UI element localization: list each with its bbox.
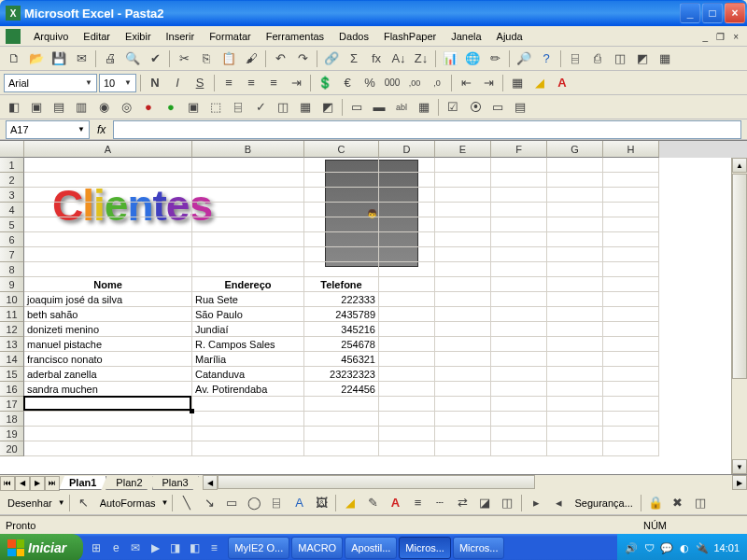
- cell[interactable]: [547, 322, 603, 337]
- ex20-icon[interactable]: ☑: [443, 97, 463, 118]
- spellcheck-icon[interactable]: ✔: [145, 49, 165, 69]
- row-header[interactable]: 6: [0, 232, 24, 247]
- ref-icon[interactable]: ⎙: [587, 49, 608, 69]
- cell[interactable]: [547, 382, 603, 397]
- scroll-up-icon[interactable]: ▲: [732, 158, 747, 173]
- cell[interactable]: [304, 217, 379, 232]
- cell[interactable]: [435, 232, 491, 247]
- cell[interactable]: [603, 412, 659, 427]
- close-button[interactable]: ×: [725, 3, 745, 23]
- cell[interactable]: [24, 441, 192, 456]
- cell[interactable]: [547, 292, 603, 307]
- menu-ferramentas[interactable]: Ferramentas: [259, 29, 331, 44]
- cell[interactable]: [603, 277, 659, 292]
- d-s3-icon[interactable]: ◫: [690, 493, 711, 513]
- cell-data[interactable]: 224456: [304, 382, 379, 397]
- cell[interactable]: [192, 232, 304, 247]
- font-color-icon[interactable]: A: [552, 73, 572, 93]
- maximize-button[interactable]: □: [702, 3, 723, 23]
- line-icon[interactable]: ╲: [176, 493, 197, 513]
- copy-icon[interactable]: ⎘: [196, 49, 217, 69]
- ex22-icon[interactable]: ▭: [487, 97, 508, 118]
- merge-center-icon[interactable]: ⇥: [286, 73, 306, 93]
- misc-icon[interactable]: ◫: [610, 49, 630, 69]
- ql-ie-icon[interactable]: e: [106, 538, 125, 558]
- d-fill-icon[interactable]: ◢: [340, 493, 360, 513]
- cell[interactable]: [603, 158, 659, 173]
- cell-data[interactable]: R. Campos Sales: [192, 337, 304, 352]
- cell-data[interactable]: Endereço: [192, 277, 304, 292]
- cell[interactable]: [435, 262, 491, 277]
- cell[interactable]: [24, 173, 192, 188]
- underline-icon[interactable]: S: [190, 73, 210, 93]
- new-icon[interactable]: 🗋: [4, 49, 24, 69]
- d-n1-icon[interactable]: ▸: [526, 493, 546, 513]
- cell[interactable]: [547, 307, 603, 322]
- cell[interactable]: [379, 158, 435, 173]
- row-header[interactable]: 11: [0, 307, 24, 322]
- cell[interactable]: [435, 337, 491, 352]
- menu-formatar[interactable]: Formatar: [202, 29, 259, 44]
- hyperlink-icon[interactable]: 🔗: [321, 49, 342, 69]
- cell[interactable]: [192, 188, 304, 203]
- percent-icon[interactable]: %: [359, 73, 380, 93]
- column-header[interactable]: H: [603, 141, 659, 158]
- cell[interactable]: [547, 217, 603, 232]
- cell[interactable]: [547, 352, 603, 367]
- cell[interactable]: [304, 247, 379, 262]
- misc2-icon[interactable]: ◩: [632, 49, 653, 69]
- inc-decimal-icon[interactable]: ,00: [404, 73, 425, 93]
- cell[interactable]: [379, 322, 435, 337]
- ql-media-icon[interactable]: ▶: [146, 538, 164, 558]
- cell[interactable]: [304, 427, 379, 441]
- tab-prev-icon[interactable]: ◀: [15, 476, 30, 491]
- row-header[interactable]: 13: [0, 337, 24, 352]
- taskbar-button[interactable]: MACRO: [291, 537, 343, 559]
- row-header[interactable]: 5: [0, 217, 24, 232]
- cell[interactable]: [435, 158, 491, 173]
- cell-data[interactable]: francisco nonato: [24, 352, 192, 367]
- tab-last-icon[interactable]: ⏭: [45, 476, 60, 491]
- format-painter-icon[interactable]: 🖌: [241, 49, 261, 69]
- cell[interactable]: [435, 352, 491, 367]
- oval-icon[interactable]: ◯: [244, 493, 264, 513]
- cell[interactable]: [491, 173, 547, 188]
- d-font-color-icon[interactable]: A: [385, 493, 405, 513]
- cell-data[interactable]: 23232323: [304, 367, 379, 382]
- desenhar-menu[interactable]: Desenhar: [4, 497, 56, 509]
- ex13-icon[interactable]: ◫: [273, 97, 293, 118]
- cell[interactable]: [603, 292, 659, 307]
- italic-icon[interactable]: I: [167, 73, 188, 93]
- cell[interactable]: [603, 367, 659, 382]
- cell[interactable]: [435, 322, 491, 337]
- function-icon[interactable]: fx: [366, 49, 387, 69]
- ex19-icon[interactable]: ▦: [414, 97, 434, 118]
- cell[interactable]: [379, 367, 435, 382]
- cell[interactable]: [435, 217, 491, 232]
- cell[interactable]: [304, 188, 379, 203]
- redo-icon[interactable]: ↷: [292, 49, 313, 69]
- ql-app-icon[interactable]: ◨: [165, 538, 184, 558]
- cell[interactable]: [491, 158, 547, 173]
- cell[interactable]: [24, 217, 192, 232]
- d-s1-icon[interactable]: 🔒: [645, 493, 666, 513]
- cell[interactable]: [547, 232, 603, 247]
- cell[interactable]: [192, 262, 304, 277]
- row-header[interactable]: 18: [0, 412, 24, 427]
- paste-icon[interactable]: 📋: [218, 49, 239, 69]
- cell[interactable]: [491, 203, 547, 217]
- ex4-icon[interactable]: ▥: [71, 97, 92, 118]
- name-box[interactable]: A17▼: [6, 120, 90, 139]
- cell[interactable]: [24, 427, 192, 441]
- textbox-icon[interactable]: ⌸: [266, 493, 287, 513]
- row-header[interactable]: 1: [0, 158, 24, 173]
- misc3-icon[interactable]: ▦: [655, 49, 675, 69]
- horizontal-scrollbar[interactable]: ◀ ▶: [203, 475, 747, 491]
- cell[interactable]: [192, 397, 304, 412]
- hscroll-thumb[interactable]: [218, 475, 535, 489]
- cell[interactable]: [192, 441, 304, 456]
- cell[interactable]: [24, 188, 192, 203]
- cell[interactable]: [491, 277, 547, 292]
- align-center-icon[interactable]: ≡: [241, 73, 261, 93]
- column-header[interactable]: E: [435, 141, 491, 158]
